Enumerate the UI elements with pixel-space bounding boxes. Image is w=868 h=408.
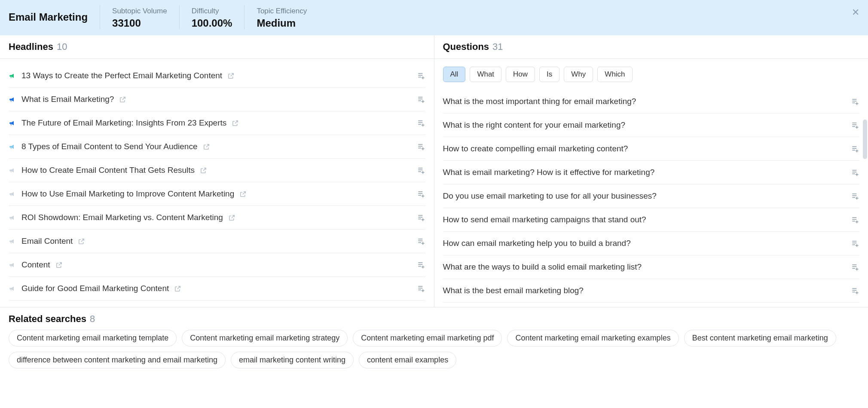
question-row: What are the ways to build a solid email… bbox=[443, 255, 860, 279]
question-text[interactable]: What is the right content for your email… bbox=[443, 120, 626, 130]
headlines-count: 10 bbox=[57, 41, 67, 52]
add-to-list-icon[interactable] bbox=[851, 263, 859, 271]
related-search-chip[interactable]: content email examples bbox=[359, 352, 456, 368]
headline-text[interactable]: 8 Types of Email Content to Send Your Au… bbox=[21, 142, 198, 151]
add-to-list-icon[interactable] bbox=[851, 215, 859, 224]
question-text[interactable]: How to create compelling email marketing… bbox=[443, 144, 628, 153]
related-search-chip[interactable]: Content marketing email marketing strate… bbox=[182, 330, 348, 347]
headline-row: Guide for Good Email Marketing Content bbox=[9, 277, 425, 301]
metric-label: Difficulty bbox=[192, 7, 232, 15]
external-link-icon[interactable] bbox=[203, 143, 210, 150]
related-count: 8 bbox=[90, 313, 95, 325]
headline-row: The Future of Email Marketing: Insights … bbox=[9, 111, 425, 135]
headline-text[interactable]: How to Create Email Content That Gets Re… bbox=[21, 166, 195, 175]
add-to-list-icon[interactable] bbox=[417, 261, 425, 269]
metric-label: Topic Efficiency bbox=[257, 7, 307, 15]
question-text[interactable]: What is email marketing? How is it effec… bbox=[443, 168, 655, 177]
metric-label: Subtopic Volume bbox=[112, 7, 167, 15]
add-to-list-icon[interactable] bbox=[851, 239, 859, 248]
add-to-list-icon[interactable] bbox=[417, 190, 425, 198]
main-columns: Headlines 10 13 Ways to Create the Perfe… bbox=[0, 35, 868, 307]
external-link-icon[interactable] bbox=[232, 120, 239, 127]
page-title: Email Marketing bbox=[9, 5, 100, 23]
add-to-list-icon[interactable] bbox=[417, 237, 425, 245]
filter-tab-is[interactable]: Is bbox=[539, 67, 559, 82]
question-text[interactable]: What are the ways to build a solid email… bbox=[443, 262, 642, 272]
external-link-icon[interactable] bbox=[200, 167, 207, 174]
add-to-list-icon[interactable] bbox=[417, 95, 425, 104]
question-row: Do you use email marketing to use for al… bbox=[443, 184, 860, 208]
question-row: How can email marketing help you to buil… bbox=[443, 232, 860, 255]
bullhorn-icon bbox=[9, 190, 16, 198]
headlines-header: Headlines 10 bbox=[0, 35, 434, 59]
question-row: What is the right content for your email… bbox=[443, 114, 860, 137]
headline-row: 13 Ways to Create the Perfect Email Mark… bbox=[9, 61, 425, 88]
headline-row: Email Content bbox=[9, 230, 425, 253]
headline-text[interactable]: Content bbox=[21, 260, 50, 270]
external-link-icon[interactable] bbox=[228, 214, 235, 221]
headline-text[interactable]: What is Email Marketing? bbox=[21, 95, 114, 104]
add-to-list-icon[interactable] bbox=[417, 142, 425, 151]
add-to-list-icon[interactable] bbox=[851, 168, 859, 177]
bullhorn-icon bbox=[9, 214, 16, 221]
related-search-chip[interactable]: Content marketing email marketing exampl… bbox=[507, 330, 679, 347]
question-text[interactable]: How to send email marketing campaigns th… bbox=[443, 215, 646, 224]
question-text[interactable]: Do you use email marketing to use for al… bbox=[443, 191, 657, 201]
related-search-chip[interactable]: difference between content marketing and… bbox=[9, 352, 226, 368]
headline-text[interactable]: 13 Ways to Create the Perfect Email Mark… bbox=[21, 71, 222, 80]
add-to-list-icon[interactable] bbox=[851, 97, 859, 106]
headline-row: ROI Showdown: Email Marketing vs. Conten… bbox=[9, 206, 425, 230]
filter-tab-what[interactable]: What bbox=[470, 67, 501, 82]
question-filter-tabs: AllWhatHowIsWhyWhich bbox=[434, 59, 868, 90]
related-search-chip[interactable]: Content marketing email marketing templa… bbox=[9, 330, 177, 347]
question-text[interactable]: What is the best email marketing blog? bbox=[443, 286, 584, 295]
external-link-icon[interactable] bbox=[239, 190, 247, 198]
filter-tab-which[interactable]: Which bbox=[597, 67, 632, 82]
question-row: What is email marketing? How is it effec… bbox=[443, 161, 860, 184]
headlines-column: Headlines 10 13 Ways to Create the Perfe… bbox=[0, 35, 434, 307]
bullhorn-icon bbox=[9, 95, 16, 103]
headline-text[interactable]: How to Use Email Marketing to Improve Co… bbox=[21, 189, 234, 199]
add-to-list-icon[interactable] bbox=[417, 71, 425, 80]
filter-tab-all[interactable]: All bbox=[443, 67, 466, 82]
add-to-list-icon[interactable] bbox=[417, 213, 425, 222]
related-title: Related searches bbox=[9, 313, 86, 325]
add-to-list-icon[interactable] bbox=[851, 286, 859, 295]
related-search-chip[interactable]: Best content marketing email marketing bbox=[684, 330, 836, 347]
external-link-icon[interactable] bbox=[55, 261, 63, 269]
question-row: How to create compelling email marketing… bbox=[443, 137, 860, 161]
questions-count: 31 bbox=[492, 41, 503, 52]
headline-text[interactable]: Guide for Good Email Marketing Content bbox=[21, 284, 169, 293]
add-to-list-icon[interactable] bbox=[851, 144, 859, 153]
headline-text[interactable]: The Future of Email Marketing: Insights … bbox=[21, 118, 226, 128]
metric-value: 33100 bbox=[112, 17, 167, 29]
close-icon: ✕ bbox=[852, 7, 859, 18]
question-text[interactable]: How can email marketing help you to buil… bbox=[443, 239, 631, 248]
headline-text[interactable]: ROI Showdown: Email Marketing vs. Conten… bbox=[21, 213, 223, 222]
question-text[interactable]: What is the most important thing for ema… bbox=[443, 97, 636, 106]
scrollbar-thumb[interactable] bbox=[863, 120, 867, 159]
add-to-list-icon[interactable] bbox=[851, 121, 859, 129]
bullhorn-icon bbox=[9, 261, 16, 269]
headline-text[interactable]: Email Content bbox=[21, 236, 73, 246]
add-to-list-icon[interactable] bbox=[851, 192, 859, 200]
close-button[interactable]: ✕ bbox=[852, 8, 859, 17]
header-bar: Email Marketing Subtopic Volume33100Diff… bbox=[0, 0, 868, 35]
bullhorn-icon bbox=[9, 119, 16, 127]
add-to-list-icon[interactable] bbox=[417, 166, 425, 175]
headline-row: What is Email Marketing? bbox=[9, 88, 425, 111]
related-searches-section: Related searches 8 Content marketing ema… bbox=[0, 307, 868, 373]
external-link-icon[interactable] bbox=[119, 96, 126, 103]
external-link-icon[interactable] bbox=[78, 238, 85, 245]
filter-tab-why[interactable]: Why bbox=[564, 67, 593, 82]
headlines-list: 13 Ways to Create the Perfect Email Mark… bbox=[0, 59, 434, 305]
question-row: What is the best email marketing blog? bbox=[443, 279, 860, 303]
external-link-icon[interactable] bbox=[174, 285, 181, 292]
external-link-icon[interactable] bbox=[227, 72, 235, 80]
bullhorn-icon bbox=[9, 72, 16, 80]
related-search-chip[interactable]: email marketing content writing bbox=[231, 352, 354, 368]
add-to-list-icon[interactable] bbox=[417, 119, 425, 127]
add-to-list-icon[interactable] bbox=[417, 284, 425, 293]
filter-tab-how[interactable]: How bbox=[506, 67, 535, 82]
related-search-chip[interactable]: Content marketing email marketing pdf bbox=[353, 330, 502, 347]
